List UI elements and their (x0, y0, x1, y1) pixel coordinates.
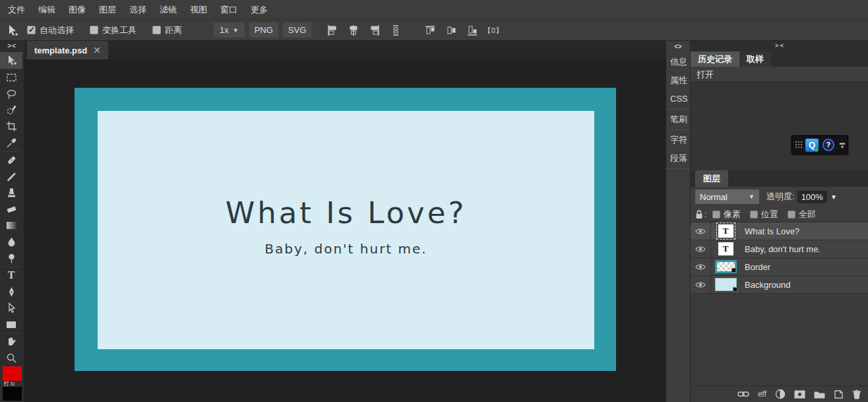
layer-effects-button[interactable]: eff (758, 389, 766, 399)
tool-spot-heal[interactable] (0, 152, 22, 168)
background-color-swatch[interactable] (3, 387, 22, 401)
canvas-subtitle-text[interactable]: Baby, don't hurt me. (98, 241, 594, 257)
export-png-button[interactable]: PNG (249, 22, 278, 38)
pixel-layer-thumbnail[interactable] (715, 260, 737, 273)
menu-item-layer[interactable]: 图层 (92, 0, 123, 19)
menu-item-select[interactable]: 选择 (123, 0, 153, 19)
sidebar-tab-info[interactable]: 信息 (666, 53, 690, 71)
menu-item-view[interactable]: 视图 (183, 0, 214, 19)
layer-row[interactable]: Background (691, 276, 868, 294)
opacity-dropdown-icon[interactable]: ▼ (830, 193, 837, 201)
q-app-icon[interactable]: Q (805, 139, 818, 152)
tool-gradient[interactable] (0, 217, 22, 234)
tool-rectangle-shape[interactable] (0, 316, 22, 333)
lock-all-checkbox[interactable] (788, 211, 795, 218)
history-entry-open[interactable]: 打开 (691, 67, 868, 82)
tool-dodge[interactable] (0, 250, 22, 267)
align-right-icon[interactable] (368, 24, 381, 37)
sidebar-tab-css[interactable]: CSS (666, 90, 690, 108)
swatch-controls-label[interactable]: 打 D (3, 381, 24, 387)
tool-direct-select[interactable] (0, 300, 22, 317)
collapse-tools-icon[interactable]: >< (0, 41, 24, 52)
tool-type[interactable]: T (0, 267, 22, 284)
canvas-title-text[interactable]: What Is Love? (98, 195, 594, 230)
distribute-vertical-icon[interactable] (389, 24, 402, 37)
document-tab[interactable]: template.psd ✕ (27, 41, 108, 59)
tool-move[interactable] (0, 52, 22, 69)
canvas-background[interactable]: What Is Love? Baby, don't hurt me. (98, 111, 594, 349)
sidebar-tab-character[interactable]: 字符 (666, 131, 690, 149)
lock-pixels-checkbox[interactable] (712, 211, 720, 218)
export-svg-button[interactable]: SVG (283, 22, 311, 38)
align-left-icon[interactable] (326, 24, 339, 37)
layer-mask-icon[interactable] (794, 390, 805, 399)
layer-name[interactable]: What Is Love? (745, 226, 799, 236)
lock-position-checkbox[interactable] (750, 211, 758, 218)
sidebar-tab-paragraph[interactable]: 段落 (666, 149, 690, 168)
menu-item-file[interactable]: 文件 (1, 0, 32, 19)
distance-checkbox[interactable]: 距离 (152, 24, 182, 36)
tool-zoom[interactable] (0, 350, 22, 366)
align-center-horizontal-icon[interactable] (347, 24, 360, 37)
menu-item-edit[interactable]: 编辑 (32, 0, 62, 19)
close-icon[interactable]: ✕ (93, 45, 101, 55)
foreground-color-swatch[interactable] (3, 366, 22, 381)
help-icon[interactable]: ? (822, 139, 834, 151)
expand-panels-icon[interactable]: <> (666, 41, 690, 53)
new-group-icon[interactable] (814, 390, 825, 399)
opacity-value[interactable]: 100% (797, 191, 827, 203)
layer-name[interactable]: Border (745, 262, 770, 272)
checkbox-checked-icon[interactable] (27, 26, 36, 34)
menu-item-window[interactable]: 窗口 (214, 0, 244, 19)
collapse-history-icon[interactable]: > < (691, 41, 868, 51)
auto-select-checkbox[interactable]: 自动选择 (27, 24, 74, 36)
layer-row[interactable]: T What Is Love? (691, 222, 868, 240)
link-layers-icon[interactable] (737, 390, 749, 398)
visibility-toggle[interactable] (691, 222, 711, 240)
tool-hand[interactable] (0, 333, 22, 350)
tab-sampling[interactable]: 取样 (739, 51, 771, 67)
tool-eyedropper[interactable] (0, 135, 22, 151)
tool-brush[interactable] (0, 168, 22, 185)
minimize-expand-icon[interactable]: ▬▾ (840, 141, 845, 149)
visibility-toggle[interactable] (691, 258, 711, 275)
align-bottom-icon[interactable] (466, 24, 479, 37)
menu-item-filter[interactable]: 滤镜 (153, 0, 183, 19)
visibility-toggle[interactable] (691, 276, 711, 293)
layer-name[interactable]: Baby, don't hurt me. (745, 244, 821, 254)
adjustment-layer-icon[interactable] (775, 389, 786, 399)
delete-layer-icon[interactable] (852, 389, 861, 399)
transform-controls-checkbox[interactable]: 变换工具 (90, 24, 137, 36)
tool-quick-select[interactable] (0, 102, 22, 118)
tool-rectangle-select[interactable] (0, 69, 22, 86)
checkbox-unchecked-icon[interactable] (152, 26, 161, 34)
pixel-layer-thumbnail[interactable] (715, 278, 737, 291)
tool-eraser[interactable] (0, 201, 22, 217)
distribute-horizontal-icon[interactable] (487, 24, 500, 37)
tool-pen[interactable] (0, 284, 22, 300)
sidebar-tab-properties[interactable]: 属性 (666, 71, 690, 90)
menu-item-more[interactable]: 更多 (244, 0, 274, 19)
menu-item-image[interactable]: 图像 (62, 0, 92, 19)
text-layer-thumbnail[interactable]: T (718, 224, 733, 238)
layer-row[interactable]: Border (691, 258, 868, 276)
align-middle-vertical-icon[interactable] (445, 24, 458, 37)
sidebar-tab-brush[interactable]: 笔刷 (666, 110, 690, 129)
align-top-icon[interactable] (423, 24, 437, 37)
document-canvas[interactable]: What Is Love? Baby, don't hurt me. (75, 88, 616, 371)
tab-layers[interactable]: 图层 (695, 170, 728, 187)
tool-clone-stamp[interactable] (0, 185, 22, 201)
layer-name[interactable]: Background (745, 280, 790, 290)
tab-history[interactable]: 历史记录 (691, 51, 739, 67)
layer-row[interactable]: T Baby, don't hurt me. (691, 240, 868, 258)
blend-mode-select[interactable]: Normal ▼ (695, 189, 759, 204)
tool-crop[interactable] (0, 118, 22, 135)
canvas-workspace[interactable]: What Is Love? Baby, don't hurt me. (24, 59, 666, 402)
checkbox-unchecked-icon[interactable] (90, 26, 98, 34)
tool-lasso[interactable] (0, 86, 22, 102)
floating-helper-toolbar[interactable]: Q ? ▬▾ (791, 135, 848, 154)
new-layer-icon[interactable] (834, 389, 844, 399)
tool-blur[interactable] (0, 234, 22, 250)
drag-handle-icon[interactable] (795, 141, 803, 149)
visibility-toggle[interactable] (691, 240, 711, 257)
